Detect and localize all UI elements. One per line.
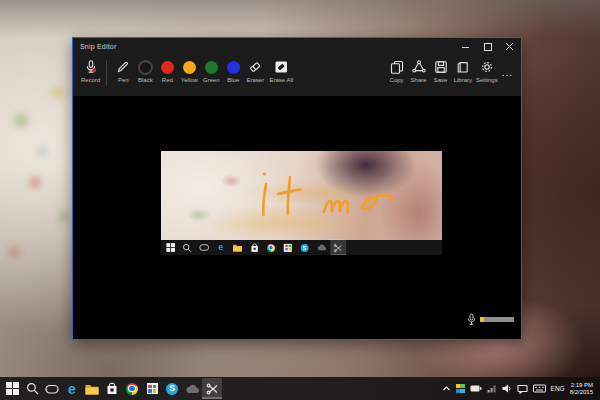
action-center-button[interactable] — [517, 384, 528, 394]
more-options-button[interactable]: ... — [500, 67, 517, 88]
pen-button[interactable]: Pen — [112, 58, 134, 84]
snip-editor-window: Snip Editor R — [72, 37, 522, 340]
minimize-icon — [462, 43, 470, 51]
save-icon — [433, 59, 449, 75]
maximize-button[interactable] — [477, 38, 499, 55]
library-label: Library — [454, 77, 472, 83]
screenshot-onedrive-icon — [313, 239, 329, 255]
screenshot-file-explorer-icon — [229, 239, 245, 255]
settings-button[interactable]: Settings — [474, 58, 500, 84]
eraser-button[interactable]: Eraser — [244, 58, 266, 84]
clock-time: 2:19 PM — [570, 382, 593, 389]
task-view-icon — [45, 383, 59, 395]
yellow-swatch-icon — [183, 61, 196, 74]
captured-screenshot: e S — [161, 151, 442, 255]
screenshot-store-icon — [246, 239, 262, 255]
taskbar-clock[interactable]: 2:19 PM 8/2/2015 — [570, 382, 593, 396]
green-swatch-icon — [205, 61, 218, 74]
color-blue-button[interactable]: Blue — [222, 58, 244, 84]
screenshot-skype-icon: S — [297, 239, 313, 255]
color-black-button[interactable]: Black — [134, 58, 156, 84]
language-indicator[interactable]: ENG — [551, 385, 565, 392]
wallpaper-speckle — [38, 148, 47, 155]
volume-button[interactable] — [502, 384, 512, 393]
mic-level-meter — [467, 313, 514, 326]
toolbar-separator — [106, 60, 107, 86]
task-view-button[interactable] — [42, 378, 62, 399]
network-button[interactable] — [487, 384, 497, 393]
edge-icon: e — [68, 382, 76, 396]
tray-app-button[interactable] — [456, 384, 465, 393]
save-label: Save — [434, 77, 448, 83]
color-red-button[interactable]: Red — [156, 58, 178, 84]
desktop-wallpaper: Snip Editor R — [0, 0, 600, 400]
color-yellow-button[interactable]: Yellow — [178, 58, 200, 84]
taskbar-edge-button[interactable]: e — [62, 378, 82, 399]
color-black-label: Black — [138, 77, 153, 83]
screenshot-edge-icon: e — [213, 239, 229, 255]
screenshot-snip-editor-icon — [330, 239, 346, 255]
skype-icon: S — [166, 383, 178, 395]
file-explorer-icon — [85, 383, 99, 395]
touch-keyboard-icon — [533, 384, 546, 393]
wallpaper-speckle — [30, 178, 40, 187]
minimize-button[interactable] — [455, 38, 477, 55]
windows-taskbar: e S — [0, 377, 600, 400]
gear-icon — [479, 59, 495, 75]
network-signal-icon — [487, 384, 497, 393]
wallpaper-speckle — [58, 212, 70, 222]
color-yellow-label: Yellow — [181, 77, 198, 83]
action-center-icon — [517, 384, 528, 394]
search-icon — [26, 382, 39, 395]
battery-button[interactable] — [470, 384, 482, 393]
close-button[interactable] — [499, 38, 521, 55]
store-icon — [106, 382, 118, 395]
windows-logo-icon — [6, 382, 19, 395]
maximize-icon — [484, 43, 492, 51]
window-title: Snip Editor — [73, 43, 455, 50]
record-button[interactable]: Record — [79, 58, 102, 84]
title-bar: Snip Editor — [73, 38, 521, 55]
wallpaper-speckle — [20, 55, 42, 67]
wallpaper-speckle — [14, 115, 28, 126]
start-button[interactable] — [2, 378, 22, 399]
color-green-label: Green — [203, 77, 220, 83]
library-button[interactable]: Library — [452, 58, 474, 84]
system-tray: ENG 2:19 PM 8/2/2015 — [442, 382, 596, 396]
erase-all-button[interactable]: Erase All — [266, 58, 296, 84]
screenshot-start-icon — [162, 239, 178, 255]
taskbar-onedrive-button[interactable] — [182, 378, 202, 399]
taskbar-search-button[interactable] — [22, 378, 42, 399]
hidden-icons-button[interactable] — [442, 385, 451, 392]
taskbar-store-button[interactable] — [102, 378, 122, 399]
screenshot-search-icon — [179, 239, 195, 255]
copy-button[interactable]: Copy — [386, 58, 408, 84]
taskbar-photos-button[interactable] — [142, 378, 162, 399]
onedrive-cloud-icon — [185, 384, 200, 394]
taskbar-file-explorer-button[interactable] — [82, 378, 102, 399]
wallpaper-speckle — [52, 88, 64, 97]
record-label: Record — [81, 77, 100, 83]
chrome-icon — [126, 383, 138, 395]
share-icon — [411, 59, 427, 75]
battery-icon — [470, 384, 482, 393]
clock-date: 8/2/2015 — [570, 389, 593, 396]
screenshot-chrome-icon — [263, 239, 279, 255]
toolbar: Record Pen Black Red Yell — [73, 55, 521, 96]
pen-label: Pen — [118, 77, 129, 83]
microphone-record-icon — [83, 59, 99, 75]
touch-keyboard-button[interactable] — [533, 384, 546, 393]
mic-volume-bar[interactable] — [480, 317, 514, 322]
color-blue-label: Blue — [227, 77, 239, 83]
photos-grid-icon — [147, 383, 158, 394]
taskbar-skype-button[interactable]: S — [162, 378, 182, 399]
microphone-icon — [467, 313, 476, 326]
save-button[interactable]: Save — [430, 58, 452, 84]
color-green-button[interactable]: Green — [200, 58, 222, 84]
taskbar-snip-editor-button[interactable] — [202, 378, 222, 399]
taskbar-chrome-button[interactable] — [122, 378, 142, 399]
share-button[interactable]: Share — [408, 58, 430, 84]
eraser-icon — [247, 59, 263, 75]
mic-volume-level — [480, 317, 484, 322]
speaker-icon — [502, 384, 512, 393]
